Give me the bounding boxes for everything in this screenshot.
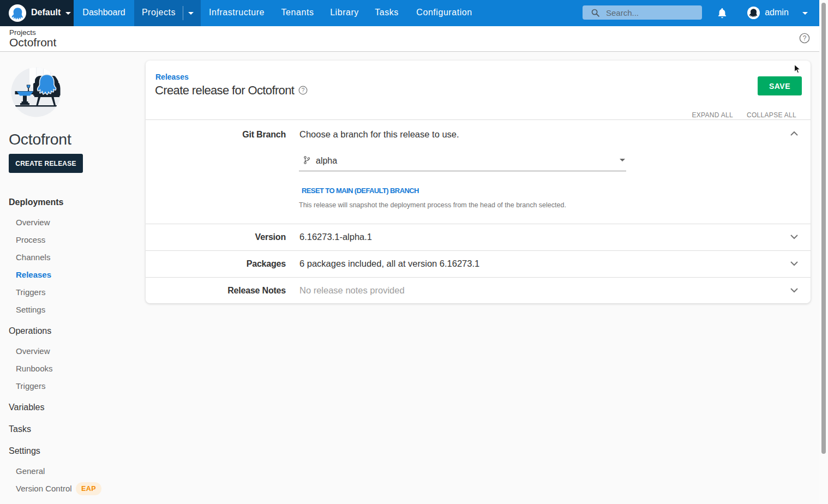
svg-text:?: ? (302, 87, 305, 93)
svg-text:?: ? (803, 34, 807, 42)
